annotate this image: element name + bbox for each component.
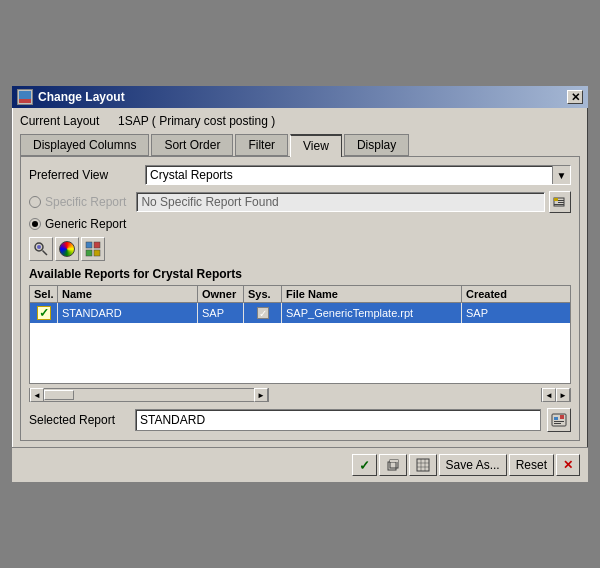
svg-rect-12 bbox=[86, 250, 92, 256]
th-sys: Sys. bbox=[244, 286, 282, 302]
preferred-view-value: Crystal Reports bbox=[150, 168, 566, 182]
specific-report-label: Specific Report bbox=[45, 195, 126, 209]
th-created: Created bbox=[462, 286, 522, 302]
scroll-spacer bbox=[269, 388, 541, 402]
td-created: SAP bbox=[462, 303, 522, 323]
svg-rect-1 bbox=[19, 99, 31, 103]
toolbar-btn-color[interactable] bbox=[55, 237, 79, 261]
tab-sort-order[interactable]: Sort Order bbox=[151, 134, 233, 156]
copy-btn[interactable] bbox=[379, 454, 407, 476]
title-bar: Change Layout ✕ bbox=[12, 86, 588, 108]
scrollbar-left: ◄ ► bbox=[29, 388, 269, 402]
current-layout-value: 1SAP ( Primary cost posting ) bbox=[118, 114, 275, 128]
td-sys: ✓ bbox=[244, 303, 282, 323]
window-icon bbox=[17, 89, 33, 105]
svg-rect-10 bbox=[86, 242, 92, 248]
selected-report-input[interactable]: STANDARD bbox=[135, 409, 541, 431]
main-content: Current Layout 1SAP ( Primary cost posti… bbox=[12, 108, 588, 447]
preferred-view-dropdown[interactable]: Crystal Reports ▼ bbox=[145, 165, 571, 185]
table-row[interactable]: ✓ STANDARD SAP ✓ SAP_GenericTemplate.rpt… bbox=[30, 303, 570, 323]
generic-report-label: Generic Report bbox=[45, 217, 126, 231]
tab-view[interactable]: View bbox=[290, 134, 342, 157]
reset-label: Reset bbox=[516, 458, 547, 472]
svg-rect-19 bbox=[388, 462, 396, 470]
selected-report-value: STANDARD bbox=[140, 413, 205, 427]
dropdown-arrow-icon: ▼ bbox=[552, 166, 570, 184]
tab-filter[interactable]: Filter bbox=[235, 134, 288, 156]
td-owner: SAP bbox=[198, 303, 244, 323]
svg-point-9 bbox=[37, 245, 41, 249]
available-reports-table: Sel. Name Owner Sys. File Name Created ✓… bbox=[29, 285, 571, 384]
change-layout-window: Change Layout ✕ Current Layout 1SAP ( Pr… bbox=[10, 84, 590, 484]
toolbar bbox=[29, 237, 571, 261]
toolbar-btn-search[interactable] bbox=[29, 237, 53, 261]
confirm-icon: ✓ bbox=[359, 458, 370, 473]
close-icon: ✕ bbox=[563, 458, 573, 472]
selected-report-row: Selected Report STANDARD bbox=[29, 408, 571, 432]
svg-rect-15 bbox=[554, 417, 558, 420]
selected-report-label: Selected Report bbox=[29, 413, 129, 427]
current-layout-row: Current Layout 1SAP ( Primary cost posti… bbox=[20, 114, 580, 128]
svg-rect-21 bbox=[390, 460, 398, 462]
svg-rect-11 bbox=[94, 242, 100, 248]
svg-line-8 bbox=[43, 251, 48, 256]
save-as-label: Save As... bbox=[446, 458, 500, 472]
th-filename: File Name bbox=[282, 286, 462, 302]
available-reports-header: Available Reports for Crystal Reports bbox=[29, 267, 571, 281]
bottom-bar: ✓ Save As... Reset ✕ bbox=[12, 447, 588, 482]
td-filename: SAP_GenericTemplate.rpt bbox=[282, 303, 462, 323]
specific-report-value: No Specific Report Found bbox=[141, 195, 278, 209]
toolbar-btn-layout[interactable] bbox=[81, 237, 105, 261]
tabs: Displayed Columns Sort Order Filter View… bbox=[20, 134, 580, 156]
color-icon bbox=[59, 241, 75, 257]
close-button[interactable]: ✕ bbox=[567, 90, 583, 104]
current-layout-label: Current Layout bbox=[20, 114, 110, 128]
th-owner: Owner bbox=[198, 286, 244, 302]
table-icon bbox=[416, 458, 430, 472]
scroll-right-arrow-1[interactable]: ► bbox=[254, 388, 268, 402]
empty-rows bbox=[30, 323, 570, 383]
scrollbar-right: ◄ ► bbox=[541, 388, 571, 402]
specific-report-browse-btn[interactable] bbox=[549, 191, 571, 213]
svg-rect-13 bbox=[94, 250, 100, 256]
svg-rect-22 bbox=[417, 459, 429, 471]
confirm-btn[interactable]: ✓ bbox=[352, 454, 377, 476]
svg-rect-18 bbox=[560, 415, 564, 419]
close-btn[interactable]: ✕ bbox=[556, 454, 580, 476]
svg-rect-5 bbox=[558, 202, 564, 203]
svg-rect-3 bbox=[554, 198, 558, 201]
sys-check: ✓ bbox=[257, 307, 269, 319]
tab-displayed-columns[interactable]: Displayed Columns bbox=[20, 134, 149, 156]
svg-rect-16 bbox=[554, 421, 564, 422]
th-sel: Sel. bbox=[30, 286, 58, 302]
svg-rect-17 bbox=[554, 423, 561, 424]
td-name: STANDARD bbox=[58, 303, 198, 323]
sel-indicator: ✓ bbox=[37, 306, 51, 320]
reset-btn[interactable]: Reset bbox=[509, 454, 554, 476]
svg-rect-0 bbox=[19, 91, 31, 99]
th-name: Name bbox=[58, 286, 198, 302]
selected-report-btn[interactable] bbox=[547, 408, 571, 432]
preferred-view-label: Preferred View bbox=[29, 168, 139, 182]
scroll-track-left[interactable] bbox=[44, 389, 254, 401]
title-bar-left: Change Layout bbox=[17, 89, 125, 105]
table-btn[interactable] bbox=[409, 454, 437, 476]
specific-report-row: Specific Report No Specific Report Found bbox=[29, 191, 571, 213]
specific-report-radio[interactable] bbox=[29, 196, 41, 208]
scroll-left-arrow-2[interactable]: ◄ bbox=[542, 388, 556, 402]
scroll-right-arrow-2[interactable]: ► bbox=[556, 388, 570, 402]
svg-rect-4 bbox=[558, 200, 564, 201]
preferred-view-row: Preferred View Crystal Reports ▼ bbox=[29, 165, 571, 185]
specific-report-input: No Specific Report Found bbox=[136, 192, 545, 212]
save-as-btn[interactable]: Save As... bbox=[439, 454, 507, 476]
svg-rect-6 bbox=[554, 204, 564, 205]
tab-display[interactable]: Display bbox=[344, 134, 409, 156]
scroll-thumb-left bbox=[44, 390, 74, 400]
tab-view-content: Preferred View Crystal Reports ▼ Specifi… bbox=[20, 156, 580, 441]
scroll-left-arrow[interactable]: ◄ bbox=[30, 388, 44, 402]
scrollbar-row: ◄ ► ◄ ► bbox=[29, 388, 571, 402]
generic-report-radio[interactable] bbox=[29, 218, 41, 230]
copy-icon bbox=[386, 458, 400, 472]
table-header: Sel. Name Owner Sys. File Name Created bbox=[30, 286, 570, 303]
window-title: Change Layout bbox=[38, 90, 125, 104]
